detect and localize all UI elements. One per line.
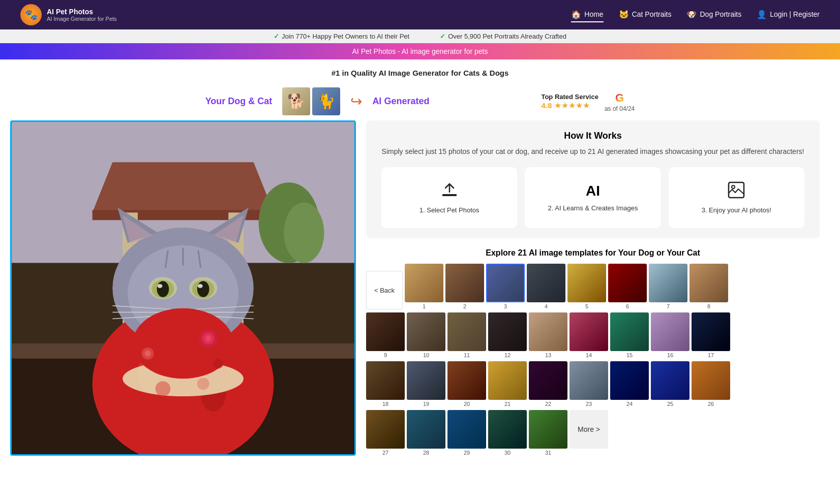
template-thumb-8[interactable] (689, 264, 728, 302)
template-item-more[interactable]: More > (569, 410, 608, 456)
template-num-25: 25 (667, 401, 673, 407)
template-thumb-3[interactable] (486, 264, 525, 302)
template-thumb-17[interactable] (692, 312, 730, 351)
template-item-10[interactable]: 10 (407, 312, 445, 358)
template-thumb-21[interactable] (488, 361, 527, 400)
template-num-31: 31 (545, 450, 551, 456)
template-thumb-24[interactable] (610, 361, 649, 400)
more-button[interactable]: More > (569, 410, 608, 449)
template-item-30[interactable]: 30 (488, 410, 527, 456)
template-item-4[interactable]: 4 (527, 264, 565, 309)
template-thumb-13[interactable] (529, 312, 567, 351)
template-num-7: 7 (667, 303, 670, 309)
template-thumb-16[interactable] (651, 312, 689, 351)
template-thumb-12[interactable] (488, 312, 527, 351)
template-thumb-2[interactable] (445, 264, 484, 302)
template-num-23: 23 (586, 401, 592, 407)
template-item-12[interactable]: 12 (488, 312, 527, 358)
nav-home[interactable]: 🏠 Home (571, 8, 603, 22)
cat-thumbnail: 🐈 (312, 87, 340, 115)
template-item-18[interactable]: 18 (366, 361, 405, 407)
nav-cat-portraits[interactable]: 🐱 Cat Portraits (619, 8, 672, 22)
template-thumb-19[interactable] (407, 361, 445, 400)
nav-dog-portraits[interactable]: 🐶 Dog Portraits (686, 8, 741, 22)
image-frame-icon (727, 181, 745, 201)
template-thumb-14[interactable] (569, 312, 608, 351)
svg-point-30 (157, 284, 162, 288)
template-item-14[interactable]: 14 (569, 312, 608, 358)
top-rated-section: Top Rated Service 4.8 ★★★★★ G as of 04/2… (541, 91, 635, 112)
template-item-20[interactable]: 20 (447, 361, 486, 407)
template-thumb-9[interactable] (366, 312, 405, 351)
template-item-22[interactable]: 22 (529, 361, 567, 407)
template-thumb-30[interactable] (488, 410, 527, 449)
template-num-17: 17 (708, 352, 714, 358)
template-item-31[interactable]: 31 (529, 410, 567, 456)
template-thumb-20[interactable] (447, 361, 486, 400)
svg-point-50 (732, 185, 735, 188)
template-item-9[interactable]: 9 (366, 312, 405, 358)
social-proof-item-2: ✓ Over 5,900 Pet Portraits Already Craft… (440, 33, 566, 40)
template-thumb-4[interactable] (527, 264, 565, 302)
template-thumb-31[interactable] (529, 410, 567, 449)
template-item-25[interactable]: 25 (651, 361, 689, 407)
home-icon: 🏠 (571, 10, 581, 19)
back-button[interactable]: < Back (366, 271, 403, 309)
nav-login-register[interactable]: 👤 Login | Register (757, 8, 820, 22)
template-thumb-22[interactable] (529, 361, 567, 400)
template-item-16[interactable]: 16 (651, 312, 689, 358)
template-item-11[interactable]: 11 (447, 312, 486, 358)
template-item-17[interactable]: 17 (692, 312, 730, 358)
svg-point-29 (197, 281, 209, 297)
template-thumb-23[interactable] (569, 361, 608, 400)
template-num-30: 30 (504, 450, 511, 456)
template-item-1[interactable]: 1 (405, 264, 443, 309)
template-item-15[interactable]: 15 (610, 312, 649, 358)
template-row-3: 18 19 20 21 22 23 (366, 361, 820, 407)
template-item-6[interactable]: 6 (608, 264, 647, 309)
social-proof-item-1: ✓ Join 770+ Happy Pet Owners to AI their… (274, 33, 409, 40)
template-thumb-15[interactable] (610, 312, 649, 351)
template-thumb-29[interactable] (447, 410, 486, 449)
right-panel: How It Works Simply select just 15 photo… (356, 120, 830, 459)
template-item-7[interactable]: 7 (649, 264, 687, 309)
template-thumb-5[interactable] (567, 264, 606, 302)
template-item-21[interactable]: 21 (488, 361, 527, 407)
template-thumb-18[interactable] (366, 361, 405, 400)
template-item-5[interactable]: 5 (567, 264, 606, 309)
template-item-23[interactable]: 23 (569, 361, 608, 407)
template-item-27[interactable]: 27 (366, 410, 405, 456)
cat-icon: 🐱 (619, 10, 629, 19)
transform-arrow-icon: ↪ (350, 93, 362, 110)
template-thumb-7[interactable] (649, 264, 687, 302)
template-row-4: 27 28 29 30 31 More > (366, 410, 820, 456)
template-thumb-28[interactable] (407, 410, 445, 449)
template-item-8[interactable]: 8 (689, 264, 728, 309)
template-item-24[interactable]: 24 (610, 361, 649, 407)
svg-rect-48 (442, 194, 457, 196)
template-thumb-26[interactable] (692, 361, 730, 400)
logo[interactable]: 🐾 AI Pet Photos AI Image Generator for P… (20, 4, 117, 25)
template-thumb-6[interactable] (608, 264, 647, 302)
template-thumb-10[interactable] (407, 312, 445, 351)
template-item-2[interactable]: 2 (445, 264, 484, 309)
template-item-3[interactable]: 3 (486, 264, 525, 309)
dog-icon: 🐶 (686, 10, 697, 19)
main-nav: 🏠 Home 🐱 Cat Portraits 🐶 Dog Portraits 👤… (571, 8, 820, 22)
template-item-28[interactable]: 28 (407, 410, 445, 456)
template-thumb-25[interactable] (651, 361, 689, 400)
template-item-26[interactable]: 26 (692, 361, 730, 407)
template-thumb-1[interactable] (405, 264, 443, 302)
svg-rect-49 (729, 182, 744, 198)
google-rating: G as of 04/24 (605, 91, 635, 112)
step-1-label: 1. Select Pet Photos (419, 206, 479, 215)
template-item-13[interactable]: 13 (529, 312, 567, 358)
template-thumb-27[interactable] (366, 410, 405, 449)
template-num-18: 18 (382, 401, 388, 407)
template-item-29[interactable]: 29 (447, 410, 486, 456)
template-item-19[interactable]: 19 (407, 361, 445, 407)
template-thumb-11[interactable] (447, 312, 486, 351)
template-num-1: 1 (423, 303, 426, 309)
step-3-card: 3. Enjoy your AI photos! (669, 167, 804, 228)
explore-title: Explore 21 AI image templates for Your D… (366, 248, 820, 258)
